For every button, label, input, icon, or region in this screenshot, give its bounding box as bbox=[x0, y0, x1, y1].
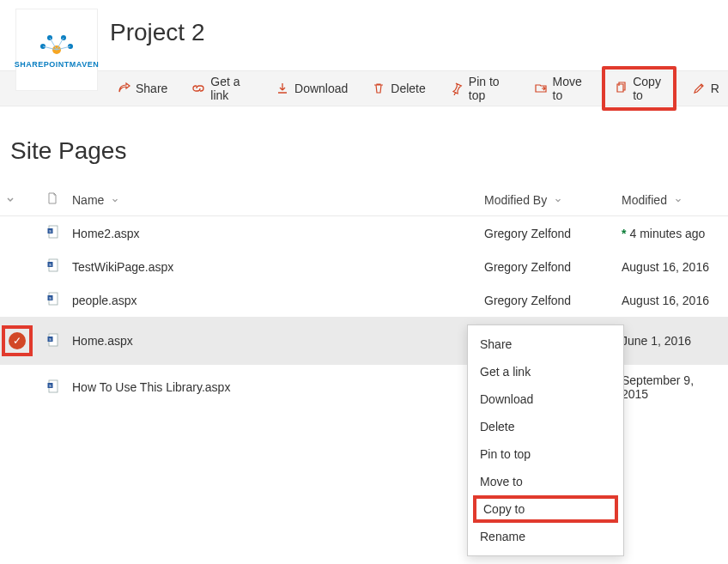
pin-to-top-label: Pin to top bbox=[469, 75, 510, 102]
context-menu-item-label: Share bbox=[480, 337, 512, 351]
column-header-modified-by[interactable]: Modified By bbox=[479, 185, 616, 216]
pin-icon bbox=[450, 82, 464, 95]
context-menu: ShareGet a linkDownloadDeletePin to topM… bbox=[467, 324, 624, 409]
modified-by-cell[interactable]: Gregory Zelfond bbox=[479, 283, 616, 317]
share-icon bbox=[117, 82, 130, 95]
file-name: people.aspx bbox=[72, 294, 137, 307]
file-name: Home.aspx bbox=[72, 334, 133, 348]
modified-by-value: Gregory Zelfond bbox=[484, 294, 571, 307]
column-header-type[interactable] bbox=[41, 185, 67, 216]
table-row[interactable]: sHome2.aspxGregory Zelfond*4 minutes ago bbox=[0, 216, 728, 251]
file-type-cell: s bbox=[41, 283, 67, 317]
modified-value: 4 minutes ago bbox=[629, 227, 705, 240]
modified-by-cell[interactable]: Gregory Zelfond bbox=[479, 216, 616, 251]
logo-graphic-icon bbox=[31, 31, 82, 57]
share-label: Share bbox=[136, 82, 167, 95]
site-logo[interactable]: SHAREPOINTMAVEN bbox=[15, 9, 98, 91]
aspx-file-icon: s bbox=[46, 382, 60, 396]
modified-by-cell[interactable]: Gregory Zelfond bbox=[479, 250, 616, 283]
checkmark-icon: ✓ bbox=[9, 332, 26, 349]
move-to-label: Move to bbox=[553, 75, 587, 102]
file-name-cell[interactable]: people.aspx bbox=[67, 283, 479, 317]
modified-value: September 9, 2015 bbox=[622, 373, 694, 401]
aspx-file-icon: s bbox=[46, 227, 60, 241]
aspx-file-icon: s bbox=[46, 294, 60, 308]
file-name-cell[interactable]: Home.aspx bbox=[67, 317, 479, 365]
file-name: Home2.aspx bbox=[72, 227, 140, 240]
table-row[interactable]: sTestWikiPage.aspxGregory ZelfondAugust … bbox=[0, 250, 728, 283]
delete-button[interactable]: Delete bbox=[363, 76, 434, 100]
link-icon bbox=[191, 82, 205, 95]
modified-by-value: Gregory Zelfond bbox=[484, 227, 571, 240]
logo-text: SHAREPOINTMAVEN bbox=[15, 60, 99, 69]
copy-to-label: Copy to bbox=[633, 75, 664, 102]
name-header-label: Name bbox=[72, 193, 104, 207]
get-a-link-button[interactable]: Get a link bbox=[183, 70, 260, 107]
share-button[interactable]: Share bbox=[108, 76, 176, 100]
aspx-file-icon: s bbox=[46, 336, 60, 349]
pencil-icon bbox=[692, 82, 706, 95]
row-select-cell[interactable] bbox=[0, 216, 41, 251]
pin-to-top-button[interactable]: Pin to top bbox=[441, 70, 519, 107]
modified-value: August 16, 2016 bbox=[622, 260, 709, 274]
context-menu-item-download[interactable]: Download bbox=[468, 385, 623, 409]
file-type-cell: s bbox=[41, 317, 67, 365]
modified-cell[interactable]: September 9, 2015 bbox=[616, 365, 728, 409]
logo-content: SHAREPOINTMAVEN bbox=[15, 31, 99, 69]
download-button[interactable]: Download bbox=[267, 76, 356, 100]
chevron-down-icon bbox=[111, 196, 119, 206]
modified-cell[interactable]: August 16, 2016 bbox=[616, 283, 728, 317]
row-select-cell[interactable]: ✓ bbox=[0, 317, 41, 365]
file-icon bbox=[46, 193, 58, 207]
copy-to-highlight: Copy to bbox=[602, 66, 676, 111]
new-indicator-icon: * bbox=[622, 227, 626, 240]
delete-label: Delete bbox=[391, 82, 425, 95]
modified-header-label: Modified bbox=[622, 193, 667, 207]
file-name: TestWikiPage.aspx bbox=[72, 260, 173, 274]
file-name-cell[interactable]: How To Use This Library.aspx bbox=[67, 365, 479, 409]
modified-value: June 1, 2016 bbox=[622, 334, 691, 348]
move-icon bbox=[534, 82, 548, 95]
trash-icon bbox=[372, 82, 385, 95]
library-title: Site Pages bbox=[10, 137, 728, 165]
modified-cell[interactable]: *4 minutes ago bbox=[616, 216, 728, 251]
context-menu-item-share[interactable]: Share bbox=[468, 331, 623, 358]
file-name-cell[interactable]: TestWikiPage.aspx bbox=[67, 250, 479, 283]
column-header-row: Name Modified By Modified bbox=[0, 185, 728, 216]
modified-cell[interactable]: June 1, 2016 bbox=[616, 317, 728, 365]
download-icon bbox=[276, 82, 289, 95]
modified-value: August 16, 2016 bbox=[622, 294, 709, 307]
modified-cell[interactable]: August 16, 2016 bbox=[616, 250, 728, 283]
column-header-name[interactable]: Name bbox=[67, 185, 479, 216]
column-header-modified[interactable]: Modified bbox=[616, 185, 728, 216]
chevron-down-icon bbox=[554, 196, 562, 206]
rename-button-partial[interactable]: R bbox=[683, 76, 728, 100]
context-menu-item-get-a-link[interactable]: Get a link bbox=[468, 358, 623, 385]
file-name: How To Use This Library.aspx bbox=[72, 380, 230, 394]
copy-to-button[interactable]: Copy to bbox=[609, 71, 670, 106]
modified-by-value: Gregory Zelfond bbox=[484, 260, 571, 274]
file-type-cell: s bbox=[41, 365, 67, 409]
copy-icon bbox=[614, 82, 628, 95]
site-header: SHAREPOINTMAVEN Project 2 bbox=[0, 0, 728, 70]
modified-by-header-label: Modified By bbox=[484, 193, 547, 207]
row-select-cell[interactable] bbox=[0, 283, 41, 317]
site-title[interactable]: Project 2 bbox=[110, 19, 205, 46]
command-bar: Share Get a link Download Delete Pin to … bbox=[0, 70, 728, 106]
move-to-button[interactable]: Move to bbox=[525, 70, 596, 107]
column-header-select[interactable] bbox=[0, 185, 41, 216]
context-menu-item-label: Download bbox=[480, 392, 533, 406]
file-type-cell: s bbox=[41, 250, 67, 283]
download-label: Download bbox=[294, 82, 348, 95]
chevron-down-icon bbox=[674, 196, 682, 206]
chevron-down-icon bbox=[5, 193, 15, 207]
aspx-file-icon: s bbox=[46, 261, 60, 275]
table-row[interactable]: speople.aspxGregory ZelfondAugust 16, 20… bbox=[0, 283, 728, 317]
file-name-cell[interactable]: Home2.aspx bbox=[67, 216, 479, 251]
file-type-cell: s bbox=[41, 216, 67, 251]
rename-label-partial: R bbox=[711, 82, 719, 95]
context-menu-item-label: Get a link bbox=[480, 365, 531, 379]
row-select-cell[interactable] bbox=[0, 250, 41, 283]
row-select-cell[interactable] bbox=[0, 365, 41, 409]
selection-highlight: ✓ bbox=[2, 325, 33, 356]
